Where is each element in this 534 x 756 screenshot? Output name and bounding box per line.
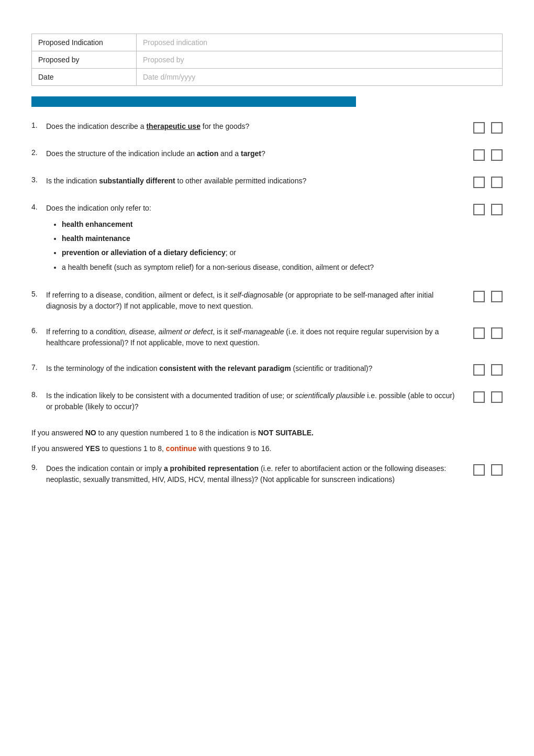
checkbox-no[interactable] xyxy=(491,364,503,376)
question-text: Does the structure of the indication inc… xyxy=(46,148,473,159)
question-number: 4. xyxy=(31,203,46,211)
form-input[interactable]: Proposed by xyxy=(137,51,503,69)
question-text: Does the indication contain or imply a p… xyxy=(46,463,473,485)
question-number: 1. xyxy=(31,121,46,129)
checkbox-yes[interactable] xyxy=(473,327,485,339)
question-text: Does the indication only refer to: healt… xyxy=(46,203,473,275)
question-row: 8. Is the indication likely to be consis… xyxy=(31,390,503,412)
questions-section-2: 9. Does the indication contain or imply … xyxy=(31,463,503,485)
question-text: Does the indication describe a therapeut… xyxy=(46,121,473,132)
checkbox-group xyxy=(473,363,503,376)
checkbox-yes[interactable] xyxy=(473,204,485,215)
question-number: 6. xyxy=(31,326,46,335)
blue-header xyxy=(31,96,356,107)
checkbox-yes[interactable] xyxy=(473,122,485,134)
question-row: 4. Does the indication only refer to: he… xyxy=(31,203,503,275)
info-line: If you answered NO to any question numbe… xyxy=(31,427,503,439)
bullet-item: health maintenance xyxy=(62,232,463,245)
checkbox-yes[interactable] xyxy=(473,364,485,376)
question-text: If referring to a condition, disease, ai… xyxy=(46,326,473,348)
checkbox-yes[interactable] xyxy=(473,149,485,161)
checkbox-group xyxy=(473,121,503,134)
checkbox-group xyxy=(473,290,503,302)
checkbox-group xyxy=(473,148,503,161)
checkbox-no[interactable] xyxy=(491,204,503,215)
question-text: Is the indication likely to be consisten… xyxy=(46,390,473,412)
question-number: 2. xyxy=(31,148,46,157)
question-number: 7. xyxy=(31,363,46,371)
question-row: 3. Is the indication substantially diffe… xyxy=(31,176,503,188)
checkbox-yes[interactable] xyxy=(473,177,485,188)
form-label: Proposed by xyxy=(32,51,137,69)
form-table: Proposed Indication Proposed indication … xyxy=(31,34,503,86)
bullet-item: health enhancement xyxy=(62,218,463,231)
question-row: 9. Does the indication contain or imply … xyxy=(31,463,503,485)
checkbox-group xyxy=(473,203,503,215)
bullet-item: prevention or alleviation of a dietary d… xyxy=(62,246,463,259)
question-row: 7. Is the terminology of the indication … xyxy=(31,363,503,376)
question-row: 2. Does the structure of the indication … xyxy=(31,148,503,161)
checkbox-no[interactable] xyxy=(491,391,503,403)
form-input[interactable]: Date d/mm/yyyy xyxy=(137,69,503,86)
checkbox-yes[interactable] xyxy=(473,464,485,476)
info-line: If you answered YES to questions 1 to 8,… xyxy=(31,443,503,454)
question-number: 8. xyxy=(31,390,46,399)
question-text: Is the indication substantially differen… xyxy=(46,176,473,187)
checkbox-yes[interactable] xyxy=(473,291,485,302)
checkbox-no[interactable] xyxy=(491,177,503,188)
checkbox-group xyxy=(473,390,503,403)
form-row: Date Date d/mm/yyyy xyxy=(32,69,503,86)
question-number: 9. xyxy=(31,463,46,472)
bullet-item: a health benefit (such as symptom relief… xyxy=(62,261,463,274)
question-text: If referring to a disease, condition, ai… xyxy=(46,290,473,312)
question-row: 1. Does the indication describe a therap… xyxy=(31,121,503,134)
form-label: Proposed Indication xyxy=(32,34,137,51)
question-row: 5. If referring to a disease, condition,… xyxy=(31,290,503,312)
checkbox-no[interactable] xyxy=(491,149,503,161)
checkbox-no[interactable] xyxy=(491,327,503,339)
form-row: Proposed by Proposed by xyxy=(32,51,503,69)
form-input[interactable]: Proposed indication xyxy=(137,34,503,51)
checkbox-group xyxy=(473,463,503,476)
question-text: Is the terminology of the indication con… xyxy=(46,363,473,374)
checkbox-no[interactable] xyxy=(491,291,503,302)
checkbox-no[interactable] xyxy=(491,122,503,134)
questions-section: 1. Does the indication describe a therap… xyxy=(31,121,503,412)
question-row: 6. If referring to a condition, disease,… xyxy=(31,326,503,348)
form-label: Date xyxy=(32,69,137,86)
checkbox-no[interactable] xyxy=(491,464,503,476)
question-number: 3. xyxy=(31,176,46,184)
checkbox-group xyxy=(473,326,503,339)
checkbox-yes[interactable] xyxy=(473,391,485,403)
checkbox-group xyxy=(473,176,503,188)
form-row: Proposed Indication Proposed indication xyxy=(32,34,503,51)
question-number: 5. xyxy=(31,290,46,298)
